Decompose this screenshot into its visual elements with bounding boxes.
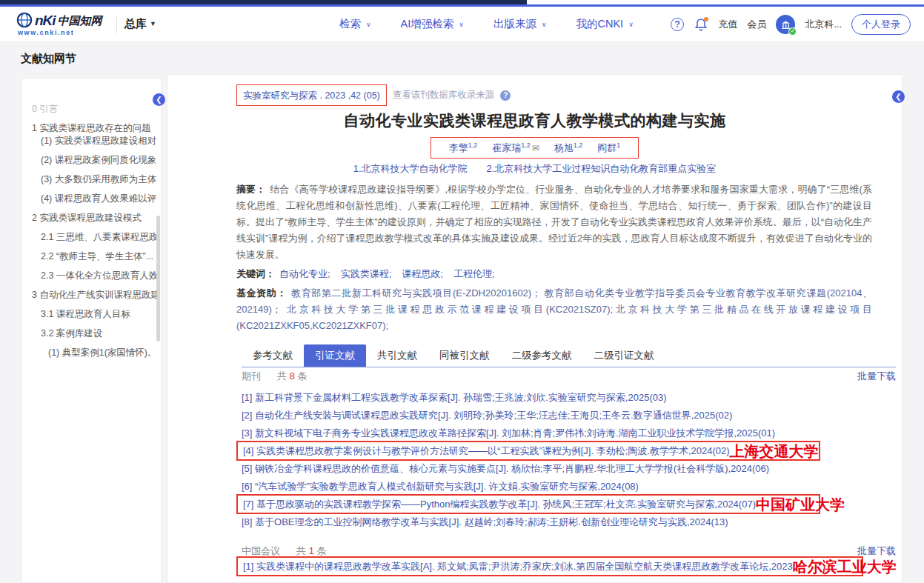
citation-text[interactable]: [6] “汽车试验学”实验教学思政育人模式创新研究与实践[J]. 许文娟.实验室… — [242, 481, 639, 492]
conference-count-prefix: 共 — [296, 545, 306, 556]
citation-item[interactable]: [5] 钢铁冶金学科课程思政的价值意蕴、核心元素与实施要点[J]. 杨欣怡;李平… — [242, 460, 896, 478]
globe-icon — [16, 12, 33, 28]
journal-count-suffix: 条 — [298, 370, 308, 382]
outline-item[interactable]: 3.1 课程思政育人目标 — [29, 309, 156, 320]
citation-text[interactable]: [5] 钢铁冶金学科课程思政的价值意蕴、核心元素与实施要点[J]. 杨欣怡;李平… — [242, 463, 769, 474]
outline-item[interactable]: 1 实践类课程思政存在的问题 — [29, 123, 156, 134]
citation-text[interactable]: [8] 基于OBE理念的工业控制网络教学改革与实践[J]. 赵越岭;刘春玲;郝涛… — [242, 516, 728, 527]
nav-my-cnki[interactable]: 我的CNKI∨ — [576, 17, 633, 31]
email-icon: ✉ — [532, 143, 539, 153]
keywords-block: 关键词：自动化专业;实践类课程;课程思政;工程伦理; — [236, 266, 872, 282]
keyword-link[interactable]: 工程伦理; — [453, 268, 495, 279]
library-label: 总库 — [124, 17, 147, 30]
citation-item[interactable]: [6] “汽车试验学”实验教学思政育人模式创新研究与实践[J]. 许文娟.实验室… — [242, 478, 896, 496]
nav-sources-label: 出版来源 — [493, 18, 536, 30]
citation-text[interactable]: [7] 基于思政驱动的实践课程教学探索——Python编程实践教学改革[J]. … — [243, 496, 756, 513]
notification-bell-icon[interactable] — [694, 17, 708, 32]
funding-text[interactable]: 教育部第二批新工科研究与实践项目(E-ZDH20201602)； 教育部自动化类… — [236, 287, 872, 331]
top-header: nKi 中国知网 www.cnki.net 总库▼ 检索∨AI增强检索∨出版来源… — [0, 7, 924, 42]
journal-count: 8 — [290, 370, 295, 382]
chevron-down-icon: ∨ — [542, 21, 547, 28]
nav-ai-search[interactable]: AI增强检索∨ — [401, 17, 464, 31]
verified-check-icon: ✓ — [788, 27, 797, 36]
question-icon[interactable]: ? — [500, 90, 511, 101]
source-note-link[interactable]: 查看该刊数据库收录来源 — [393, 89, 495, 101]
outline-item[interactable]: (4) 课程思政育人效果难以评... — [29, 193, 156, 204]
author-link[interactable]: 阎群1 — [597, 142, 620, 153]
nav-search[interactable]: 检索∨ — [339, 17, 371, 31]
tab-co-cited[interactable]: 同被引文献 — [428, 344, 501, 367]
keyword-link[interactable]: 自动化专业; — [279, 268, 330, 279]
caret-down-icon: ▼ — [150, 20, 156, 27]
batch-download-link[interactable]: 批量下载 — [857, 370, 896, 383]
library-switch[interactable]: 总库▼ — [124, 17, 156, 31]
recharge-link[interactable]: 充值 — [718, 18, 737, 31]
article-panel: 实验室研究与探索 . 2023 ,42 (05) 查看该刊数据库收录来源 ? 自… — [167, 74, 903, 583]
author-link[interactable]: 崔家瑞1,2✉ — [492, 142, 539, 153]
page-load-progress-bar — [0, 0, 924, 7]
collapse-sidebar-button[interactable]: ❮ — [153, 93, 165, 106]
citation-item[interactable]: [1] 实践类课程中的课程思政教学改革实践[A]. 郑文斌;凤雷;尹洪涛;乔家庆… — [242, 556, 896, 574]
journal-source-link[interactable]: 实验室研究与探索 . 2023 ,42 (05) — [243, 90, 380, 101]
funding-block: 基金资助：教育部第二批新工科研究与实践项目(E-ZDH20201602)； 教育… — [236, 285, 872, 334]
tab-citations[interactable]: 引证文献 — [304, 344, 366, 367]
collapse-right-panel-button[interactable]: ❮ — [892, 90, 905, 103]
citation-tabs: 参考文献引证文献共引文献同被引文献二级参考文献二级引证文献 — [242, 344, 896, 367]
outline-item[interactable]: 2.2 “教师主导、学生主体”... — [29, 251, 156, 262]
citation-item[interactable]: [7] 基于思政驱动的实践课程教学探索——Python编程实践教学改革[J]. … — [242, 494, 896, 512]
article-title: 自动化专业实践类课程思政育人教学模式的构建与实施 — [212, 110, 857, 131]
outline-item[interactable]: 2 实践类课程思政建设模式 — [29, 213, 156, 224]
logo-latin-text: nKi — [35, 13, 56, 27]
outline-item[interactable]: (3) 大多数仍采用教师为主体... — [29, 174, 156, 185]
cnki-logo[interactable]: nKi 中国知网 www.cnki.net — [16, 12, 102, 36]
citation-text[interactable]: [4] 实践类课程思政教学案例设计与教学评价方法研究——以“工程实践”课程为例[… — [243, 442, 730, 460]
outline-item[interactable]: 2.3 一体化全方位思政育人效... — [29, 270, 156, 281]
institution-name[interactable]: 北京科... — [805, 18, 842, 31]
outline-item[interactable]: 0 引言 — [29, 104, 156, 115]
citation-item[interactable]: [2] 自动化生产线安装与调试课程思政实践研究[J]. 刘明玲;孙美玲;王华;汪… — [242, 407, 896, 424]
abstract-block: 摘要：结合《高等学校课程思政建设指导纲要》,根据学校办学定位、行业服务、自动化专… — [236, 181, 872, 263]
chevron-down-icon: ∨ — [628, 21, 634, 28]
keyword-link[interactable]: 课程思政; — [402, 268, 443, 279]
sidebar-scrollbar[interactable] — [156, 216, 160, 342]
logo-cn-text: 中国知网 — [58, 15, 102, 26]
citation-text[interactable]: [2] 自动化生产线安装与调试课程思政实践研究[J]. 刘明玲;孙美玲;王华;汪… — [242, 410, 732, 421]
authors-row: 李擎1,2崔家瑞1,2✉杨旭1,2阎群1 — [167, 137, 902, 159]
author-link[interactable]: 李擎1,2 — [449, 142, 478, 153]
nav-ai-search-label: AI增强检索 — [401, 18, 454, 30]
outline-item[interactable]: 2.1 三思维、八要素课程思政... — [29, 232, 156, 243]
conference-count-suffix: 条 — [317, 545, 327, 556]
affiliations[interactable]: 1.北京科技大学自动化学院 2.北京科技大学工业过程知识自动化教育部重点实验室 — [167, 162, 902, 176]
annotation-label: 哈尔滨工业大学 — [793, 559, 897, 574]
citation-item[interactable]: [1] 新工科背景下金属材料工程实践教学改革探索[J]. 孙瑞雪;王兆波;刘欣.… — [242, 389, 896, 407]
tab-references[interactable]: 参考文献 — [242, 344, 304, 367]
outline-sidebar: 0 引言1 实践类课程思政存在的问题(1) 实践类课程思政建设相对...(2) … — [21, 78, 162, 583]
citation-text[interactable]: [3] 新文科视域下电子商务专业实践课程思政改革路径探索[J]. 刘加林;肖青;… — [242, 427, 775, 439]
tab-co-citations[interactable]: 共引文献 — [366, 344, 428, 367]
author-link[interactable]: 杨旭1,2 — [554, 142, 583, 153]
citation-text[interactable]: [1] 实践类课程中的课程思政教学改革实践[A]. 郑文斌;凤雷;尹洪涛;乔家庆… — [243, 558, 793, 576]
citation-item[interactable]: [3] 新文科视域下电子商务专业实践课程思政改革路径探索[J]. 刘加林;肖青;… — [242, 424, 896, 442]
help-icon[interactable]: ? — [671, 18, 684, 31]
citation-item[interactable]: [8] 基于OBE理念的工业控制网络教学改革与实践[J]. 赵越岭;刘春玲;郝涛… — [242, 513, 896, 531]
chevron-down-icon: ∨ — [459, 21, 464, 28]
tab-secondary-citations[interactable]: 二级引证文献 — [583, 344, 665, 367]
membership-link[interactable]: 会员 — [747, 18, 766, 31]
page-title: 文献知网节 — [21, 52, 76, 66]
nav-sources[interactable]: 出版来源∨ — [493, 17, 547, 31]
source-annotation-box: 实验室研究与探索 . 2023 ,42 (05) — [236, 84, 387, 106]
main-nav: 检索∨AI增强检索∨出版来源∨我的CNKI∨ — [339, 17, 634, 31]
personal-login-button[interactable]: 个人登录 — [851, 14, 911, 35]
citation-item[interactable]: [4] 实践类课程思政教学案例设计与教学评价方法研究——以“工程实践”课程为例[… — [242, 441, 896, 459]
citation-text[interactable]: [1] 新工科背景下金属材料工程实践教学改革探索[J]. 孙瑞雪;王兆波;刘欣.… — [242, 392, 667, 403]
chevron-down-icon: ∨ — [366, 21, 371, 28]
institution-avatar[interactable]: ✓ — [776, 15, 795, 34]
abstract-label: 摘要： — [236, 184, 265, 195]
outline-item[interactable]: 3.2 案例库建设 — [29, 328, 156, 339]
keyword-link[interactable]: 实践类课程; — [341, 268, 392, 279]
outline-item[interactable]: (1) 实践类课程思政建设相对... — [29, 136, 156, 147]
outline-item[interactable]: (2) 课程思政案例同质化现象... — [29, 155, 156, 166]
outline-item[interactable]: 3 自动化生产线实训课程思政建... — [29, 290, 156, 301]
tab-secondary-references[interactable]: 二级参考文献 — [501, 344, 583, 367]
outline-item[interactable]: (1) 典型案例1(家国情怀)。 — [29, 347, 156, 359]
